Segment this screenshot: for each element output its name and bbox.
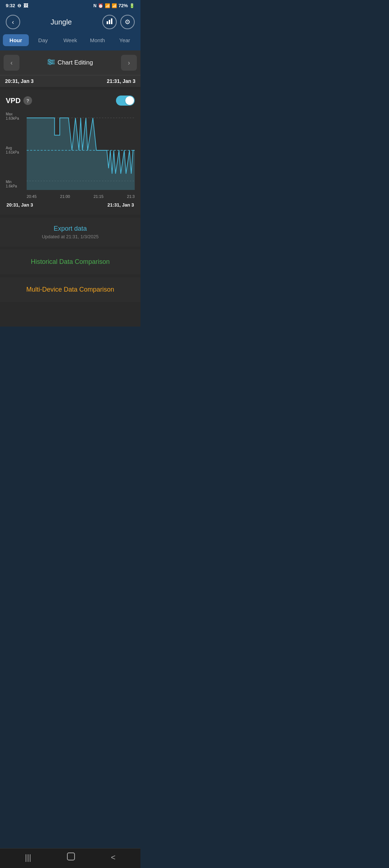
photo-icon: 🖼 <box>23 3 28 8</box>
next-button[interactable]: › <box>121 55 137 71</box>
battery-icon: 🔋 <box>129 3 135 8</box>
alarm-icon: ⏰ <box>98 3 103 8</box>
tab-week[interactable]: Week <box>57 34 83 46</box>
signal-icon: 📶 <box>112 3 117 8</box>
tab-month[interactable]: Month <box>85 34 111 46</box>
help-icon: ? <box>26 98 29 103</box>
tab-hour[interactable]: Hour <box>3 34 29 46</box>
chart-area: Max 1.63kPa Avg 1.61kPa Min 1.6kPa <box>6 111 135 190</box>
historical-link[interactable]: Historical Data Comparison <box>6 258 135 266</box>
x-label-1: 20:45 <box>27 194 37 199</box>
status-left: 9:32 ⊖ 🖼 <box>6 3 28 8</box>
chart-icon <box>106 18 113 27</box>
date-range-top: 20:31, Jan 3 21:31, Jan 3 <box>0 75 140 87</box>
wifi-icon: 📶 <box>105 3 110 8</box>
x-label-3: 21:15 <box>94 194 104 199</box>
status-right: N ⏰ 📶 📶 72% 🔋 <box>93 3 135 8</box>
header: ‹ Jungle ⚙ <box>0 11 140 34</box>
filter-icon <box>48 59 55 67</box>
chart-editing-bar: ‹ Chart Editing › <box>0 50 140 75</box>
chart-date-end: 21:31, Jan 3 <box>107 202 134 208</box>
status-bar: 9:32 ⊖ 🖼 N ⏰ 📶 📶 72% 🔋 <box>0 0 140 11</box>
next-icon: › <box>128 59 130 67</box>
multidevice-section: Multi-Device Data Comparison <box>0 277 140 302</box>
multidevice-link[interactable]: Multi-Device Data Comparison <box>6 286 135 293</box>
battery-level: 72% <box>119 3 128 8</box>
x-labels: 20:45 21:00 21:15 21:3 <box>6 193 135 199</box>
date-end: 21:31, Jan 3 <box>107 78 135 84</box>
avg-label: Avg 1.61kPa <box>6 146 27 155</box>
chart-button[interactable] <box>102 15 117 29</box>
chart-header: VPD ? <box>6 96 135 106</box>
chart-date-start: 20:31, Jan 3 <box>6 202 33 208</box>
svg-rect-1 <box>109 20 110 24</box>
vpd-toggle[interactable] <box>116 96 135 106</box>
export-section: Export data Updated at 21:31, 1/3/2025 <box>0 218 140 247</box>
min-label: Min 1.6kPa <box>6 180 27 189</box>
header-title: Jungle <box>51 18 72 26</box>
content: ‹ Chart Editing › 20:31, Jan 3 21:31, Ja… <box>0 50 140 327</box>
back-icon: ‹ <box>12 18 14 26</box>
chart-svg <box>27 111 135 190</box>
date-range-bottom: 20:31, Jan 3 21:31, Jan 3 <box>6 199 135 209</box>
minus-icon: ⊖ <box>17 3 21 8</box>
historical-section: Historical Data Comparison <box>0 249 140 274</box>
chart-title-area: VPD ? <box>6 96 32 105</box>
back-button[interactable]: ‹ <box>6 15 20 29</box>
prev-button[interactable]: ‹ <box>4 55 19 71</box>
settings-button[interactable]: ⚙ <box>120 15 135 29</box>
vpd-chart-card: VPD ? Max 1.63kPa Avg 1.61kPa <box>0 90 140 215</box>
time: 9:32 <box>6 3 15 8</box>
tab-year[interactable]: Year <box>112 34 138 46</box>
chart-editing-label: Chart Editing <box>58 59 93 66</box>
export-link[interactable]: Export data <box>6 225 135 232</box>
y-labels: Max 1.63kPa Avg 1.61kPa Min 1.6kPa <box>6 111 27 190</box>
tab-bar: Hour Day Week Month Year <box>0 34 140 50</box>
svg-rect-0 <box>107 21 108 24</box>
toggle-knob <box>125 96 134 105</box>
x-label-4: 21:3 <box>127 194 135 199</box>
tab-day[interactable]: Day <box>30 34 56 46</box>
date-start: 20:31, Jan 3 <box>5 78 33 84</box>
vpd-title: VPD <box>6 97 21 105</box>
prev-icon: ‹ <box>10 59 13 67</box>
gear-icon: ⚙ <box>125 18 130 26</box>
svg-point-7 <box>51 61 53 63</box>
help-button[interactable]: ? <box>23 96 32 105</box>
svg-rect-2 <box>111 18 112 24</box>
x-label-2: 21:00 <box>60 194 70 199</box>
chart-editing-center: Chart Editing <box>48 59 93 67</box>
updated-text: Updated at 21:31, 1/3/2025 <box>6 234 135 239</box>
svg-point-8 <box>49 63 51 65</box>
header-actions: ⚙ <box>102 15 135 29</box>
nfc-icon: N <box>93 3 97 8</box>
svg-point-6 <box>48 59 50 61</box>
max-label: Max 1.63kPa <box>6 112 27 121</box>
